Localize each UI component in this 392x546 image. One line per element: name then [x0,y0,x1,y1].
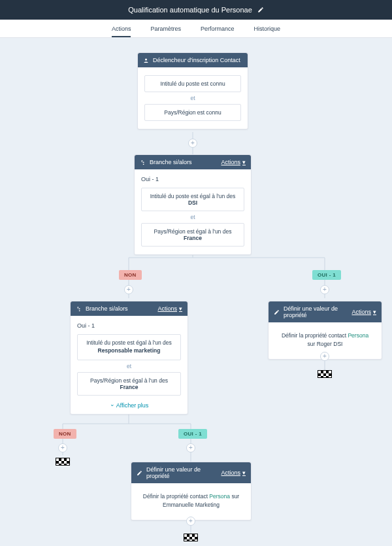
set-property-card-1[interactable]: Définir une valeur de propriété Actions … [268,301,382,360]
edit-icon [137,470,142,476]
branch2-header-label: Branche si/alors [86,305,128,312]
tab-actions[interactable]: Actions [112,20,131,37]
caret-down-icon: ▾ [242,159,246,165]
workflow-canvas: Déclencheur d'inscription Contact Intitu… [0,38,392,546]
persona-link[interactable]: Persona [209,493,230,500]
set1-header-label: Définir une valeur de propriété [284,305,348,318]
and-label: et [141,214,244,220]
branch2-subtitle: Oui - 1 [77,322,181,329]
branch-label-oui: OUI - 1 [178,429,207,439]
add-action-button[interactable]: + [188,139,197,148]
set2-body: Définir la propriété contact Persona sur… [131,483,251,520]
page-title-bar: Qualification automatique du Personae [0,0,392,20]
branch2-cond-1: Intitulé du poste est égal à l'un desRes… [77,334,181,360]
trigger-cond-1: Intitulé du poste est connu [144,75,241,92]
add-action-button[interactable]: + [124,285,133,294]
edit-title-icon[interactable] [257,7,264,13]
tab-parametres[interactable]: Paramètres [150,20,181,37]
workflow-title: Qualification automatique du Personae [128,6,252,14]
add-action-button[interactable]: + [320,285,329,294]
workflow-end-icon [184,534,198,541]
branch2-cond-2: Pays/Région est égal à l'un des France [77,372,181,396]
persona-link[interactable]: Persona [348,332,368,339]
add-action-button[interactable]: + [58,443,67,452]
set-property-card-2[interactable]: Définir une valeur de propriété Actions … [131,462,252,520]
branch-icon [76,306,82,312]
add-action-button[interactable]: + [320,352,329,361]
branch-label-non: NON [119,270,142,280]
caret-down-icon: ▾ [242,469,246,476]
add-action-button[interactable]: + [186,517,195,526]
branch2-actions-menu[interactable]: Actions ▾ [157,305,182,312]
add-action-button[interactable]: + [186,443,195,452]
branch1-cond-1: Intitulé du poste est égal à l'un des DS… [141,188,244,211]
caret-down-icon: ▾ [373,309,376,315]
edit-icon [274,309,280,315]
set1-actions-menu[interactable]: Actions ▾ [351,309,376,315]
and-label: et [77,363,181,369]
workflow-tabs: Actions Paramètres Performance Historiqu… [0,20,392,38]
branch1-cond-2: Pays/Région est égal à l'un des France [141,223,244,247]
contact-icon [143,58,149,63]
workflow-end-icon [56,458,70,466]
branch-card-1[interactable]: Branche si/alors Actions ▾ Oui - 1 Intit… [134,154,252,255]
branch-icon [140,160,146,165]
workflow-end-icon [318,370,332,378]
trigger-card[interactable]: Déclencheur d'inscription Contact Intitu… [137,52,248,129]
svg-point-11 [145,58,147,60]
branch1-actions-menu[interactable]: Actions ▾ [221,159,246,165]
branch-label-non: NON [54,429,76,439]
branch-card-2[interactable]: Branche si/alors Actions ▾ Oui - 1 Intit… [70,301,188,415]
set2-header-label: Définir une valeur de propriété [146,466,217,479]
set2-actions-menu[interactable]: Actions ▾ [221,469,246,476]
and-label: et [144,95,241,101]
branch1-subtitle: Oui - 1 [141,176,244,182]
branch1-header-label: Branche si/alors [150,159,192,165]
trigger-cond-2: Pays/Région est connu [144,104,241,121]
branch2-show-more[interactable]: Afficher plus [77,398,181,409]
branch-label-oui: OUI - 1 [312,270,341,280]
caret-down-icon: ▾ [179,305,182,312]
tab-historique[interactable]: Historique [254,20,281,37]
tab-performance[interactable]: Performance [201,20,235,37]
trigger-header-label: Déclencheur d'inscription Contact [153,57,240,63]
